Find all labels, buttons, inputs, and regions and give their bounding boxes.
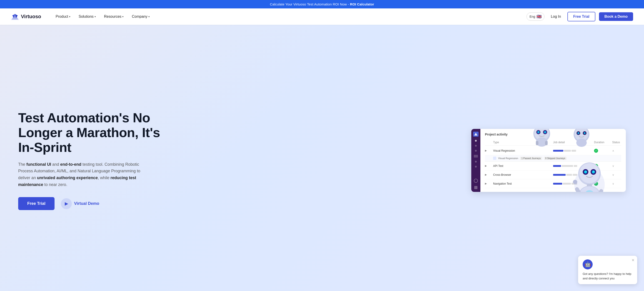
- svg-rect-12: [545, 141, 548, 145]
- sidebar-dot-4: [475, 161, 477, 163]
- hero-buttons: Free Trial ▶ Virtual Demo: [18, 197, 173, 210]
- col-status: Status: [612, 141, 621, 144]
- robot-floating-left: [528, 129, 556, 149]
- play-button[interactable]: ▶: [485, 173, 493, 176]
- play-button[interactable]: ▶: [485, 149, 493, 152]
- flag-icon: 🇬🇧: [536, 14, 542, 19]
- status-check: ✓: [594, 149, 598, 153]
- svg-point-17: [578, 132, 579, 134]
- row-name-api-test: API Test: [493, 164, 553, 168]
- book-demo-button[interactable]: Book a Demo: [599, 12, 633, 21]
- lang-label: Eng: [530, 15, 535, 19]
- chevron-down-icon: ▾: [94, 15, 96, 18]
- passed-badge: 1 Passed Journeys: [520, 157, 542, 160]
- sidebar-dot-2: [475, 145, 477, 147]
- logo-icon: [11, 13, 19, 20]
- row-bars: [553, 150, 594, 152]
- bar-segment: [553, 174, 566, 176]
- svg-point-34: [573, 180, 577, 184]
- row-name-navigation-test: Navigation Test: [493, 182, 553, 185]
- svg-marker-1: [12, 14, 18, 20]
- bar-segment: [553, 150, 563, 152]
- row-name-visual-regression: Visual Regression: [493, 149, 553, 152]
- svg-marker-40: [474, 133, 478, 136]
- svg-rect-11: [536, 141, 538, 145]
- nav: Product ▾ Solutions ▾ Resources ▾ Compan…: [52, 13, 526, 21]
- sub-row-icon: [493, 157, 496, 160]
- expand-button[interactable]: ∨: [612, 182, 621, 185]
- row-name-cross-browser: Cross-Browser: [493, 173, 553, 176]
- expand-button[interactable]: ∧: [612, 149, 621, 152]
- col-play: [485, 141, 493, 144]
- header-right: Eng 🇬🇧 Log In Free Trial Book a Demo: [526, 12, 633, 21]
- play-icon: ▶: [61, 198, 72, 209]
- hero-description: The functional UI and end-to-end testing…: [18, 161, 146, 188]
- free-trial-button[interactable]: Free Trial: [568, 12, 595, 21]
- sidebar-dot-1: [475, 140, 477, 142]
- sidebar-arrow-icon: [474, 186, 478, 189]
- top-banner: Calculate Your Virtuoso Test Automation …: [0, 0, 644, 9]
- bar-segment: [564, 150, 571, 152]
- nav-solutions[interactable]: Solutions ▾: [75, 13, 100, 21]
- svg-point-9: [544, 131, 546, 133]
- dashboard-card: Project activity Type Job detail Duratio…: [471, 129, 626, 192]
- nav-resources[interactable]: Resources ▾: [100, 13, 127, 21]
- nav-product[interactable]: Product ▾: [52, 13, 74, 21]
- svg-point-18: [584, 132, 585, 134]
- logo-link[interactable]: Virtuoso: [11, 13, 41, 20]
- bar-segment: [572, 150, 576, 152]
- sidebar-dot-5: [475, 166, 477, 168]
- nav-company[interactable]: Company ▾: [128, 13, 153, 21]
- chevron-down-icon: ▾: [148, 15, 150, 18]
- play-button[interactable]: ▶: [485, 182, 493, 185]
- language-button[interactable]: Eng 🇬🇧: [526, 13, 544, 21]
- hero-free-trial-button[interactable]: Free Trial: [18, 197, 54, 210]
- close-icon[interactable]: ✕: [632, 258, 634, 262]
- skipped-badge: 0 Skipped Journeys: [544, 157, 567, 160]
- svg-point-25: [584, 170, 587, 173]
- robot-floating-right: [569, 129, 594, 149]
- virtual-demo-button[interactable]: ▶ Virtual Demo: [61, 198, 99, 209]
- sidebar-power-icon: [474, 179, 478, 183]
- svg-point-22: [580, 163, 600, 183]
- hero-section: Test Automation's No Longer a Marathon, …: [0, 25, 644, 291]
- logo-text: Virtuoso: [21, 14, 41, 20]
- header: Virtuoso Product ▾ Solutions ▾ Resources…: [0, 9, 644, 25]
- hero-visual: Project activity Type Job detail Duratio…: [173, 129, 626, 192]
- sidebar-dot-3: [475, 150, 477, 152]
- expand-button[interactable]: ∨: [612, 164, 621, 168]
- dashboard-sidebar: [471, 129, 480, 192]
- sub-row-label: Visual Regression: [498, 157, 518, 160]
- sidebar-list-icon: [474, 155, 478, 158]
- expand-button[interactable]: ∨: [612, 173, 621, 176]
- sidebar-logo: [473, 132, 478, 137]
- play-button[interactable]: ▶: [485, 164, 493, 167]
- robot-main: [567, 158, 612, 192]
- virtual-demo-label: Virtual Demo: [74, 201, 99, 206]
- bar-segment: [553, 165, 561, 167]
- svg-point-26: [592, 170, 595, 173]
- chat-bubble: ✕ 🤖 Got any questions? I'm happy to help…: [578, 256, 637, 284]
- hero-content: Test Automation's No Longer a Marathon, …: [18, 111, 173, 210]
- chevron-down-icon: ▾: [122, 15, 124, 18]
- chat-avatar: 🤖: [583, 259, 593, 269]
- svg-point-28: [593, 171, 594, 172]
- svg-point-8: [538, 131, 540, 133]
- svg-point-27: [586, 171, 586, 172]
- roi-calculator-link[interactable]: ROI Calculator: [350, 2, 374, 6]
- banner-text: Calculate Your Virtuoso Test Automation …: [270, 2, 350, 6]
- bar-segment: [553, 183, 562, 185]
- login-button[interactable]: Log In: [548, 13, 564, 21]
- col-duration: Duration: [594, 141, 612, 144]
- chat-text: Got any questions? I'm happy to help and…: [583, 272, 633, 280]
- hero-title: Test Automation's No Longer a Marathon, …: [18, 111, 173, 155]
- chevron-down-icon: ▾: [69, 15, 70, 18]
- svg-point-19: [576, 138, 587, 147]
